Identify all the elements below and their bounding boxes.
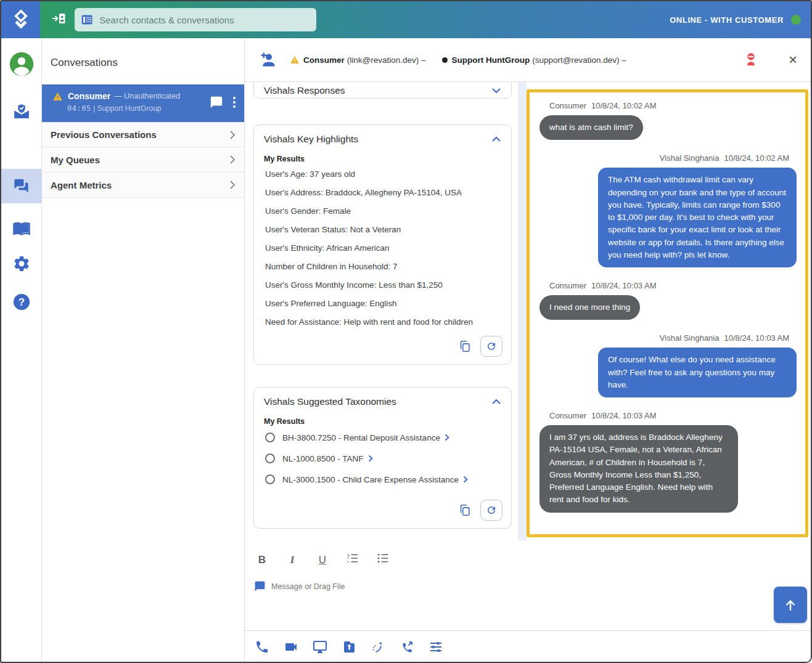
taxonomy-option[interactable]: NL-3000.1500 - Child Care Expense Assist… <box>254 469 511 490</box>
app-window: ONLINE - WITH CUSTOMER <box>0 0 812 663</box>
row-previous-conversations[interactable]: Previous Conversations <box>42 122 244 147</box>
chat-message: Consumer10/8/24, 10:03 AM I am 37 yrs ol… <box>539 411 798 513</box>
more-options-icon[interactable] <box>233 97 236 108</box>
phone-call-icon[interactable] <box>255 640 269 654</box>
participant-name[interactable]: Support HuntGroup <box>452 55 530 65</box>
nav-rail: ? <box>1 38 42 662</box>
rail-knowledge[interactable] <box>1 211 42 245</box>
active-conversation-item[interactable]: Consumer — Unauthenticated 04:05 | Suppo… <box>42 84 244 122</box>
numbered-list-button[interactable] <box>347 553 359 567</box>
chevron-right-icon[interactable] <box>368 455 373 462</box>
refresh-button[interactable] <box>480 500 502 521</box>
chat-transcript-panel: Consumer10/8/24, 10:02 AM what is atm ca… <box>527 89 808 537</box>
chat-bubble-icon[interactable] <box>210 96 223 109</box>
row-my-queues[interactable]: My Queues <box>42 147 244 173</box>
row-agent-metrics[interactable]: Agent Metrics <box>42 173 244 198</box>
taxonomy-option[interactable]: BH-3800.7250 - Rental Deposit Assistance <box>254 427 511 448</box>
rail-inbox[interactable] <box>1 95 42 129</box>
chevron-right-icon[interactable] <box>463 476 468 483</box>
card-title: Vishals Suggested Taxonomies <box>264 396 396 407</box>
search-bar[interactable] <box>75 8 316 31</box>
warning-icon <box>53 92 62 100</box>
send-button[interactable] <box>774 587 807 623</box>
taxonomy-label: BH-3800.7250 - Rental Deposit Assistance <box>282 433 440 442</box>
topbar: ONLINE - WITH CUSTOMER <box>1 1 811 38</box>
taxonomy-label: NL-3000.1500 - Child Care Expense Assist… <box>282 475 459 484</box>
highlight-item: User's Gender: Female <box>254 201 511 220</box>
refresh-button[interactable] <box>480 336 502 357</box>
highlight-item: Need for Assistance: Help with rent and … <box>254 312 511 331</box>
chevron-right-icon[interactable] <box>445 434 449 441</box>
scrollbar-track[interactable] <box>518 82 527 540</box>
chat-message: Vishal Singhania10/8/24, 10:02 AM The AT… <box>539 153 798 267</box>
highlight-item: User's Veteran Status: Not a Veteran <box>254 220 511 238</box>
avatar-icon <box>9 51 35 77</box>
mail-check-icon <box>12 103 31 121</box>
rail-settings[interactable] <box>1 246 42 281</box>
add-person-icon[interactable] <box>258 52 277 68</box>
card-title: Vishals Responses <box>264 85 345 96</box>
chat-message: Consumer10/8/24, 10:03 AM I need one mor… <box>539 281 798 320</box>
chevron-right-icon <box>229 130 236 140</box>
taxonomy-option[interactable]: NL-1000.8500 - TANF <box>254 448 511 469</box>
remove-person-icon[interactable] <box>743 52 759 68</box>
message-time: 10/8/24, 10:03 AM <box>591 411 657 420</box>
conversations-panel: Conversations Consumer — Unauthenticated… <box>42 38 245 662</box>
message-time: 10/8/24, 10:03 AM <box>724 333 789 343</box>
taxonomy-label: NL-1000.8500 - TANF <box>282 454 364 463</box>
close-icon[interactable]: × <box>789 52 797 67</box>
gear-icon <box>12 254 31 273</box>
message-input[interactable]: Message or Drag File <box>245 567 811 592</box>
arrow-up-icon <box>782 597 798 613</box>
message-bubble: what is atm cash limit? <box>539 115 643 140</box>
file-share-box-icon[interactable] <box>342 640 356 654</box>
card-title: Vishals Key Highlights <box>264 134 358 145</box>
video-call-icon[interactable] <box>284 640 298 654</box>
ai-suggest-arrow-icon[interactable] <box>371 640 385 654</box>
contacts-dialpad-icon <box>81 14 93 26</box>
copy-icon[interactable] <box>458 340 472 353</box>
agent-status[interactable]: ONLINE - WITH CUSTOMER <box>670 15 811 25</box>
message-author: Consumer <box>549 101 586 110</box>
underline-button[interactable]: U <box>316 554 329 566</box>
rail-conversations[interactable] <box>1 169 42 203</box>
screen-share-icon[interactable] <box>313 640 327 654</box>
call-toolbar <box>245 631 811 663</box>
chevron-up-icon[interactable] <box>491 136 501 142</box>
ai-assist-panel: Vishals Responses Vishals Key Highlights… <box>245 82 518 540</box>
conversation-name: Consumer <box>68 91 110 101</box>
rail-profile[interactable] <box>1 47 42 81</box>
go-to-contact-icon[interactable] <box>51 11 67 28</box>
highlight-item: User's Ethnicity: African American <box>254 238 511 257</box>
status-online-dot <box>791 15 801 25</box>
conversations-title: Conversations <box>42 38 244 69</box>
highlight-item: User's Preferred Language: English <box>254 294 511 312</box>
bold-button[interactable]: B <box>256 554 268 566</box>
message-author: Vishal Singhania <box>660 153 720 163</box>
app-logo <box>1 1 40 38</box>
chevron-right-icon <box>229 180 236 190</box>
radio-button[interactable] <box>265 433 275 442</box>
help-icon: ? <box>12 293 31 311</box>
tune-settings-icon[interactable] <box>429 640 443 654</box>
participant-detail: (link@revation.dev) – <box>347 55 426 65</box>
conversation-queue: Support HuntGroup <box>97 104 161 113</box>
chat-message: Vishal Singhania10/8/24, 10:03 AM Of cou… <box>539 333 798 397</box>
chevron-down-icon[interactable] <box>491 87 501 94</box>
participant-name[interactable]: Consumer <box>303 55 345 65</box>
book-icon <box>12 219 31 237</box>
row-label: Agent Metrics <box>51 180 112 190</box>
rail-help[interactable]: ? <box>1 285 42 319</box>
conversation-header: Consumer (link@revation.dev) – Support H… <box>245 38 811 82</box>
italic-button[interactable]: I <box>286 554 298 566</box>
chevron-up-icon[interactable] <box>491 399 501 405</box>
bulleted-list-button[interactable] <box>377 553 389 567</box>
radio-button[interactable] <box>265 454 275 463</box>
copy-icon[interactable] <box>458 503 472 517</box>
message-composer: B I U Message or Drag File <box>245 540 811 630</box>
message-time: 10/8/24, 10:02 AM <box>591 101 657 110</box>
card-vishals-suggested-taxonomies: Vishals Suggested Taxonomies My Results … <box>253 387 512 529</box>
call-transfer-icon[interactable] <box>400 640 414 654</box>
radio-button[interactable] <box>265 474 275 484</box>
search-input[interactable] <box>99 15 310 25</box>
